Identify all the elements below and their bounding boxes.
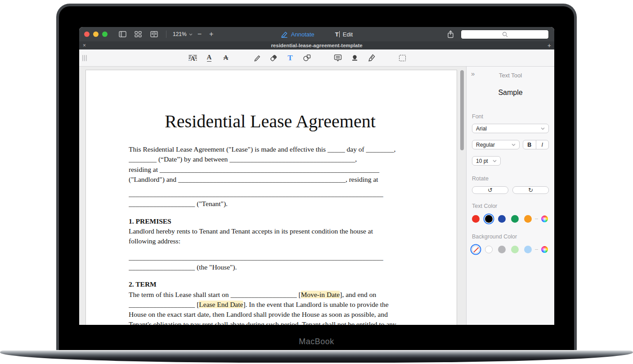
- bold-italic-group: B I: [523, 140, 549, 149]
- section-1-heading: 1. PREMISES: [129, 216, 412, 226]
- tab-edit[interactable]: T Edit: [335, 31, 353, 38]
- text-color-green-swatch[interactable]: [511, 215, 519, 223]
- tab-annotate[interactable]: Annotate: [281, 31, 314, 38]
- macbook-label: MacBook: [59, 337, 574, 346]
- annotation-tools: A A A: [129, 54, 466, 63]
- top-toolbar: 121% − + Annotate T: [79, 27, 554, 41]
- macbook-base: [0, 351, 633, 363]
- underline-tool-icon[interactable]: A: [204, 54, 214, 63]
- note-tool-icon[interactable]: [333, 54, 343, 63]
- collapse-sidebar-icon[interactable]: »: [471, 70, 475, 77]
- color-wheel-swatch[interactable]: [541, 216, 548, 222]
- sidebar-title: Text Tool: [472, 72, 549, 79]
- highlighted-text: Lease End Date: [199, 301, 243, 308]
- background-color-white-swatch[interactable]: [485, 246, 493, 253]
- doc-line: residing at ____________________________…: [129, 165, 412, 175]
- pencil-tool-icon[interactable]: [252, 54, 262, 63]
- text-color-orange-swatch[interactable]: [524, 215, 532, 223]
- annotation-toolbar: A A A: [79, 49, 554, 67]
- doc-line: ___________________ (the "House").: [129, 262, 412, 272]
- background-color-gray-swatch[interactable]: [498, 246, 506, 253]
- color-wheel-swatch[interactable]: [541, 246, 548, 253]
- thumbnails-view-icon[interactable]: [133, 30, 143, 39]
- text-color-red-swatch[interactable]: [472, 215, 480, 223]
- toolbar-right: [445, 30, 549, 39]
- italic-button[interactable]: I: [536, 140, 549, 149]
- two-page-view-icon[interactable]: [149, 30, 159, 39]
- doc-line: This Residential Lease Agreement ("Lease…: [129, 144, 412, 154]
- document-scrollbar: [460, 67, 464, 325]
- sidebar-panel-icon[interactable]: [117, 30, 127, 39]
- zoom-window-button[interactable]: [102, 31, 108, 37]
- annotate-pen-icon: [281, 31, 288, 38]
- swatch-divider: [535, 249, 538, 250]
- intro-paragraph: This Residential Lease Agreement ("Lease…: [129, 144, 412, 209]
- rotate-left-button[interactable]: ↺: [472, 186, 508, 194]
- font-size-select[interactable]: 10 pt: [472, 156, 501, 166]
- document-title: Residential Lease Agreement: [129, 111, 412, 132]
- background-color-none-swatch-selected[interactable]: [472, 246, 480, 253]
- signature-tool-icon[interactable]: [366, 54, 376, 63]
- toolbar-drag-handle[interactable]: [82, 55, 87, 61]
- font-style-select[interactable]: Regular: [472, 140, 520, 149]
- document-page[interactable]: Residential Lease Agreement This Residen…: [85, 70, 457, 325]
- search-icon: [502, 31, 508, 37]
- doc-line: Tenant's obligation to pay rent shall ab…: [129, 319, 412, 325]
- minimize-window-button[interactable]: [93, 31, 99, 37]
- doc-line: ___________________ [Lease End Date]. In…: [129, 300, 412, 310]
- shapes-tool-icon[interactable]: [302, 54, 312, 63]
- svg-text:A: A: [190, 55, 195, 62]
- rotate-right-icon: ↻: [528, 187, 533, 193]
- background-color-green-swatch[interactable]: [511, 246, 519, 253]
- font-section-label: Font: [472, 113, 549, 120]
- zoom-controls: 121% − +: [173, 31, 216, 38]
- highlight-text-tool-icon[interactable]: A: [188, 54, 198, 63]
- strikeout-tool-icon[interactable]: A: [221, 54, 231, 63]
- text-color-black-swatch-selected[interactable]: [485, 215, 493, 223]
- doc-line: ___________________ ("Tenant").: [129, 199, 412, 209]
- scrollbar-thumb[interactable]: [460, 70, 464, 150]
- background-color-section-label: Background Color: [472, 234, 549, 240]
- background-color-blue-swatch[interactable]: [524, 246, 532, 253]
- chevron-down-icon: [493, 160, 497, 162]
- document-tab-title[interactable]: residential-lease-agreement-template: [79, 43, 554, 48]
- close-window-button[interactable]: [84, 31, 90, 37]
- selection-tool-icon[interactable]: [397, 54, 407, 63]
- doc-line: ________________________________________…: [129, 252, 412, 262]
- macbook-screen: 121% − + Annotate T: [56, 4, 577, 350]
- chevron-down-icon: [541, 127, 545, 130]
- rotate-section-label: Rotate: [472, 175, 549, 182]
- view-buttons: [117, 30, 159, 39]
- doc-line: Landlord hereby rents to Tenant and Tena…: [129, 226, 412, 236]
- section-2-heading: 2. TERM: [129, 279, 412, 289]
- search-input[interactable]: [461, 30, 549, 39]
- rotate-right-button[interactable]: ↻: [512, 186, 549, 194]
- font-family-select[interactable]: Arial: [472, 124, 549, 133]
- highlighted-text: Move-in Date: [301, 291, 340, 298]
- text-color-section-label: Text Color: [472, 203, 549, 209]
- text-tool-sidebar: » Text Tool Sample Font Arial Regular: [466, 67, 554, 325]
- annotate-label: Annotate: [291, 31, 314, 38]
- text-color-blue-swatch[interactable]: [498, 215, 506, 223]
- bold-button[interactable]: B: [523, 140, 536, 149]
- text-tool-icon-active[interactable]: T: [285, 54, 295, 63]
- edit-label: Edit: [343, 31, 353, 38]
- toolbar-divider: [166, 31, 166, 38]
- doc-line: ________________________________________…: [129, 189, 412, 199]
- doc-line: House on the exact start date, then Land…: [129, 310, 412, 319]
- zoom-level-value[interactable]: 121%: [173, 31, 187, 37]
- zoom-out-button[interactable]: −: [195, 31, 204, 38]
- swatch-divider: [535, 219, 538, 220]
- stamp-tool-icon[interactable]: [350, 54, 359, 63]
- doc-line: following address:: [129, 236, 412, 246]
- share-icon[interactable]: [445, 30, 455, 39]
- traffic-lights: [84, 31, 108, 37]
- background-color-swatches: [472, 246, 549, 253]
- edit-text-icon: T: [335, 31, 340, 38]
- eraser-tool-icon[interactable]: [269, 54, 278, 63]
- doc-line: The term of this Lease shall start on __…: [129, 290, 412, 300]
- doc-line: ("Landlord") and _______________________…: [129, 175, 412, 184]
- pdf-app-window: 121% − + Annotate T: [79, 27, 554, 325]
- text-color-swatches: [472, 215, 549, 223]
- zoom-in-button[interactable]: +: [207, 31, 216, 38]
